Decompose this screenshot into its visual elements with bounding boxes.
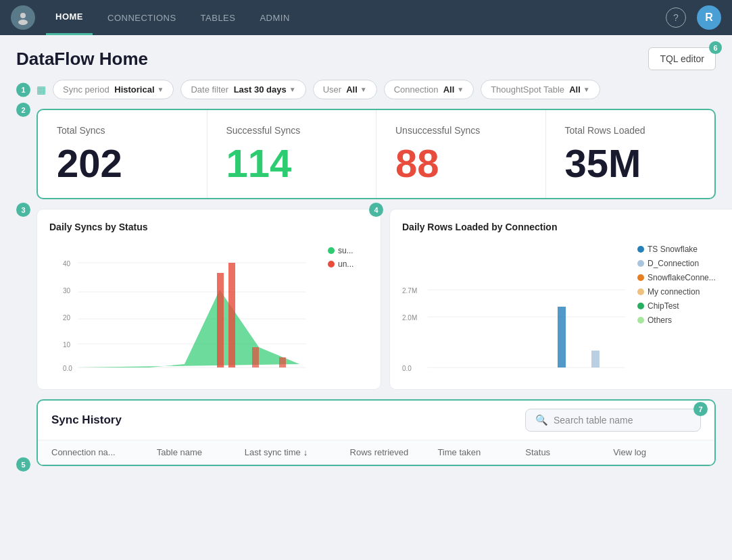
nav-item-connections[interactable]: CONNECTIONS [98,0,186,35]
legend-item-ts: TS Snowflake [637,245,725,254]
nav-item-admin[interactable]: ADMIN [250,0,299,35]
legend-label: su... [338,246,353,255]
stat-value: 202 [57,144,188,183]
col-label: Last sync time [245,447,301,457]
svg-text:2.0M: 2.0M [402,314,417,322]
chevron-down-icon: ▼ [583,86,590,93]
right-chart-legend: TS Snowflake D_Connection SnowflakeConne… [637,239,725,377]
legend-label: My connection [648,287,700,297]
chevron-down-icon: ▼ [457,86,464,93]
nav-item-home[interactable]: HOME [46,0,93,35]
daily-rows-chart: 0.0 2.0M 2.7M May 30 Jun 04 Jun 10 [402,239,632,374]
filter-label: User [323,84,341,95]
legend-label: ChipTest [648,301,679,311]
filter-label: Connection [394,84,439,95]
svg-point-0 [20,13,26,18]
svg-text:10: 10 [63,341,71,349]
stat-label: Successful Syncs [226,125,358,136]
filter-user[interactable]: User All ▼ [313,80,377,99]
search-placeholder: Search table name [554,415,633,426]
legend-dot [328,261,335,268]
col-rows[interactable]: Rows retrieved [350,447,438,457]
stat-label: Total Syncs [57,125,188,136]
legend-label: D_Connection [648,259,699,268]
right-chart-badge: 4 [369,203,383,217]
sync-history-card: Sync History 🔍 Search table name 7 Conne… [36,399,716,466]
legend-item-d: D_Connection [637,259,725,268]
nav-logo [11,5,35,30]
sync-history-section-badge: 5 [16,457,30,472]
filter-value: All [567,84,581,95]
svg-rect-35 [558,307,566,367]
filter-icon: ▦ [36,84,46,96]
filter-thoughtspot[interactable]: ThoughtSpot Table All ▼ [481,80,600,99]
col-connection[interactable]: Connection na... [51,447,157,457]
filter-value: All [441,84,455,95]
left-chart-badge: 3 [16,203,30,217]
filter-date[interactable]: Date filter Last 30 days ▼ [180,80,306,99]
legend-item-others: Others [637,315,725,325]
stat-total-syncs: Total Syncs 202 [38,110,208,198]
right-chart-card: Daily Rows Loaded by Connection 0.0 2.0M… [389,209,732,390]
legend-label: Others [648,315,672,325]
svg-text:2.7M: 2.7M [402,287,417,295]
col-table[interactable]: Table name [157,447,245,457]
legend-item-snowflake: SnowflakeConne... [637,273,725,282]
stat-value: 114 [226,144,358,183]
svg-text:30: 30 [63,287,71,295]
stats-card: Total Syncs 202 Successful Syncs 114 Uns… [36,109,716,199]
stat-value: 88 [395,144,527,183]
daily-syncs-chart: 0.0 10 20 30 40 [49,239,313,374]
legend-label: TS Snowflake [648,245,698,254]
filter-value: Last 30 days [231,84,287,95]
legend-dot [328,247,335,254]
filters-section-badge: 1 [16,82,30,97]
filter-label: Sync period [63,84,109,95]
user-avatar[interactable]: R [697,5,721,30]
filter-sync-period[interactable]: Sync period Historical ▼ [53,80,174,99]
stats-section-badge: 2 [16,103,30,117]
legend-item-myconn: My connection [637,287,725,297]
tql-badge: 6 [709,41,722,54]
search-box[interactable]: 🔍 Search table name [525,409,701,432]
svg-text:40: 40 [63,260,71,268]
navigation: HOME CONNECTIONS TABLES ADMIN ? R [0,0,732,35]
svg-text:0.0: 0.0 [402,365,412,372]
left-chart-card: Daily Syncs by Status 0.0 10 20 30 40 [36,209,381,390]
legend-item: su... [328,246,368,255]
left-chart-title: Daily Syncs by Status [49,222,368,232]
help-button[interactable]: ? [666,7,686,28]
svg-rect-19 [217,273,224,367]
legend-label: un... [338,259,353,269]
nav-item-tables[interactable]: TABLES [191,0,245,35]
chevron-down-icon: ▼ [289,86,296,93]
svg-text:20: 20 [63,314,71,322]
col-viewlog[interactable]: View log [613,447,701,457]
stat-label: Unsuccessful Syncs [395,125,527,136]
tql-editor-button[interactable]: TQL editor [648,47,716,70]
stat-unsuccessful-syncs: Unsuccessful Syncs 88 [376,110,546,198]
search-badge: 7 [693,402,708,416]
filter-value: Historical [112,84,155,95]
svg-rect-22 [279,357,286,367]
table-columns: Connection na... Table name Last sync ti… [38,440,714,465]
page-title: DataFlow Home [16,49,148,70]
svg-text:0.0: 0.0 [63,365,72,372]
svg-rect-20 [228,263,235,367]
legend-item: un... [328,259,368,269]
svg-rect-36 [591,351,600,367]
sync-history-title: Sync History [51,413,122,427]
stat-label: Total Rows Loaded [565,125,696,136]
filter-label: ThoughtSpot Table [491,84,564,95]
filters-row: ▦ Sync period Historical ▼ Date filter L… [36,80,716,99]
col-last-sync[interactable]: Last sync time ↓ [245,447,350,457]
col-time[interactable]: Time taken [437,447,525,457]
col-status[interactable]: Status [525,447,613,457]
filter-connection[interactable]: Connection All ▼ [384,80,474,99]
page-header: DataFlow Home TQL editor 6 [16,47,716,70]
search-icon: 🔍 [535,414,548,426]
chevron-down-icon: ▼ [360,86,367,93]
stat-total-rows: Total Rows Loaded 35M [546,110,715,198]
svg-rect-21 [252,347,259,367]
stat-successful-syncs: Successful Syncs 114 [208,110,377,198]
